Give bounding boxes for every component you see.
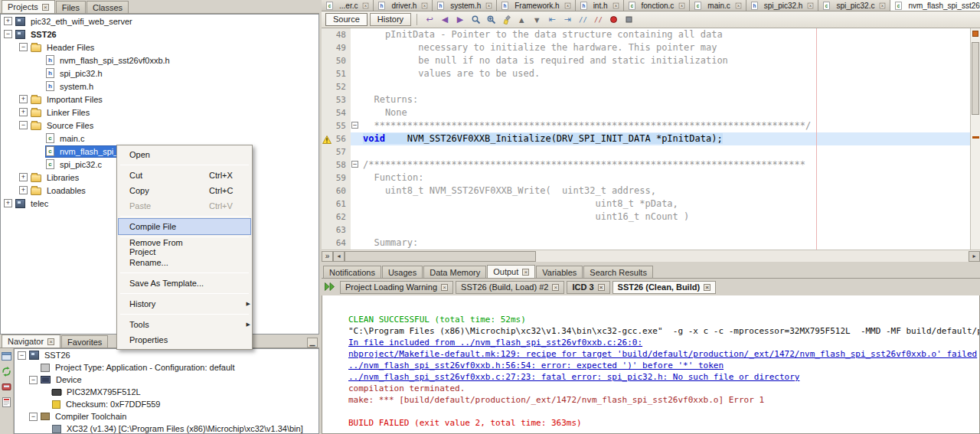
tree-item[interactable]: Checksum: 0xF7DDF559: [15, 398, 318, 410]
build-tab-sst26-clean-build[interactable]: SST26 (Clean, Build)×: [612, 281, 717, 294]
editor-tab-system-h[interactable]: hsystem.h×: [433, 0, 497, 11]
forward-icon[interactable]: ▶: [453, 13, 467, 26]
dashboard-icon[interactable]: [2, 351, 11, 361]
output-line[interactable]: In file included from ../nvm_flash_spi_s…: [348, 337, 979, 348]
tab-navigator[interactable]: Navigator×: [2, 334, 60, 348]
code-line[interactable]: 56void NVM_SST26VF0XXB_Initialize(DRV_SP…: [322, 132, 970, 145]
menu-item-remove-from-project[interactable]: Remove From Project: [119, 240, 250, 255]
code-line[interactable]: 59 Function:: [322, 171, 970, 184]
build-tab-icd-3[interactable]: ICD 3×: [567, 281, 609, 294]
tree-item[interactable]: hsystem.h: [1, 80, 318, 93]
editor-tab-int-h[interactable]: hint.h×: [576, 0, 624, 11]
collapse-icon[interactable]: −: [18, 351, 26, 360]
expand-icon[interactable]: +: [19, 95, 28, 103]
menu-item-history[interactable]: History▶: [119, 296, 250, 312]
prev-occurrence-icon[interactable]: ▲: [514, 13, 528, 26]
minimize-panel-icon[interactable]: ▁: [307, 338, 318, 348]
tab-files[interactable]: Files: [56, 1, 86, 13]
pdf-report-icon[interactable]: [2, 397, 11, 407]
source-view-button[interactable]: Source: [325, 13, 368, 26]
expand-icon[interactable]: +: [19, 173, 28, 181]
tree-item[interactable]: +Linker Files: [1, 106, 318, 119]
comment-icon[interactable]: //: [576, 13, 590, 26]
expand-icon[interactable]: +: [19, 186, 28, 194]
code-line[interactable]: 49 necessary to initialize the hardware.…: [322, 41, 970, 54]
tab-favorites[interactable]: Favorites: [61, 335, 108, 348]
close-icon[interactable]: ×: [598, 284, 605, 291]
close-icon[interactable]: ×: [612, 2, 619, 8]
code-line[interactable]: 61 uint8_t *pData,: [322, 197, 970, 210]
menu-item-copy[interactable]: CopyCtrl+C: [119, 183, 250, 198]
close-icon[interactable]: ×: [679, 2, 685, 8]
close-icon[interactable]: ×: [552, 284, 559, 291]
find-next-icon[interactable]: [484, 13, 498, 26]
code-fold-bar[interactable]: −: [351, 119, 361, 132]
menu-item-rename[interactable]: Rename...: [119, 255, 250, 270]
code-line[interactable]: 48 pInitData - Pointer to the data struc…: [322, 28, 970, 41]
editor-vertical-scrollbar[interactable]: [970, 28, 980, 250]
editor-tab-nvm-flash-spi-sst26vf0xxb[interactable]: cnvm_flash_spi_sst26vf0xxb...×: [890, 0, 980, 11]
shift-left-icon[interactable]: ⇤: [545, 13, 559, 26]
collapse-icon[interactable]: −: [19, 121, 28, 129]
output-tab-usages[interactable]: Usages: [382, 266, 423, 278]
close-icon[interactable]: ×: [422, 2, 428, 8]
output-line[interactable]: ../nvm_flash_spi_sst26vf0xxb.h:56:54: er…: [348, 360, 979, 371]
output-tab-notifications[interactable]: Notifications: [323, 266, 381, 278]
code-line[interactable]: 54 None: [322, 106, 970, 119]
code-line[interactable]: 55− ************************************…: [322, 119, 970, 132]
build-tab-sst26-build-load-2[interactable]: SST26 (Build, Load) #2×: [456, 281, 564, 294]
uncomment-icon[interactable]: //: [591, 13, 605, 26]
editor-tab-driver-h[interactable]: hdriver.h×: [374, 0, 433, 11]
close-icon[interactable]: ×: [486, 2, 492, 8]
menu-item-open[interactable]: Open: [119, 147, 250, 162]
tab-projects[interactable]: Projects×: [2, 0, 55, 13]
tree-item[interactable]: −Device: [15, 374, 318, 386]
menu-item-tools[interactable]: Tools▶: [119, 317, 250, 332]
editor-horizontal-scrollbar[interactable]: » ◂ ▸: [322, 250, 980, 262]
code-line[interactable]: 57: [322, 145, 970, 158]
tree-item[interactable]: −Compiler Toolchain: [15, 410, 318, 423]
collapse-icon[interactable]: −: [19, 43, 28, 51]
menu-item-compile-file[interactable]: Compile File: [119, 219, 250, 234]
editor-tab-fonction-c[interactable]: cfonction.c×: [624, 0, 691, 11]
last-edit-icon[interactable]: ↩: [423, 13, 436, 26]
editor-tab-spi-pic32-h[interactable]: hspi_pic32.h×: [746, 0, 819, 11]
collapse-icon[interactable]: −: [29, 413, 38, 421]
vertical-scrollbar-thumb[interactable]: [972, 42, 979, 115]
menu-item-paste[interactable]: PasteCtrl+V: [119, 198, 250, 214]
menu-item-properties[interactable]: Properties: [119, 332, 250, 348]
toggle-highlight-icon[interactable]: [499, 13, 513, 26]
tree-item[interactable]: −SST26: [1, 28, 318, 41]
tree-item[interactable]: hnvm_flash_spi_sst26vf0xxb.h: [1, 54, 318, 67]
close-icon[interactable]: ×: [441, 284, 448, 291]
close-icon[interactable]: ×: [42, 4, 49, 11]
breadcrumb-toggle-icon[interactable]: »: [322, 251, 333, 262]
tree-item[interactable]: +pic32_eth_wifi_web_server: [1, 15, 318, 28]
close-icon[interactable]: ×: [522, 269, 529, 276]
code-line[interactable]: 53 Returns:: [322, 93, 970, 106]
expand-icon[interactable]: +: [19, 108, 28, 116]
tree-item[interactable]: XC32 (v1.34) [C:\Program Files (x86)\Mic…: [15, 423, 318, 434]
history-view-button[interactable]: History: [370, 13, 411, 26]
expand-icon[interactable]: +: [4, 199, 12, 207]
output-tab-search-results[interactable]: Search Results: [583, 266, 653, 278]
output-tab-output[interactable]: Output×: [487, 265, 535, 278]
stop-macro-icon[interactable]: [622, 13, 635, 26]
horizontal-scrollbar-thumb[interactable]: [345, 251, 536, 262]
code-line[interactable]: 58−/************************************…: [322, 158, 970, 171]
output-line[interactable]: nbproject/Makefile-default.mk:129: recip…: [348, 348, 979, 360]
code-line[interactable]: 52: [322, 80, 970, 93]
close-icon[interactable]: ×: [808, 2, 814, 8]
close-icon[interactable]: ×: [880, 2, 886, 8]
next-occurrence-icon[interactable]: ▼: [530, 13, 544, 26]
code-line[interactable]: 63: [322, 224, 970, 237]
collapse-icon[interactable]: −: [29, 376, 38, 384]
collapse-icon[interactable]: −: [4, 30, 12, 38]
close-icon[interactable]: ×: [704, 284, 710, 291]
rerun-build-icon[interactable]: [324, 282, 336, 292]
output-tab-variables[interactable]: Variables: [536, 266, 583, 278]
close-icon[interactable]: ×: [363, 2, 369, 8]
tree-item[interactable]: +Important Files: [1, 93, 318, 106]
tab-classes[interactable]: Classes: [87, 1, 129, 13]
editor-tab-spi-pic32-c[interactable]: cspi_pic32.c×: [818, 0, 890, 11]
